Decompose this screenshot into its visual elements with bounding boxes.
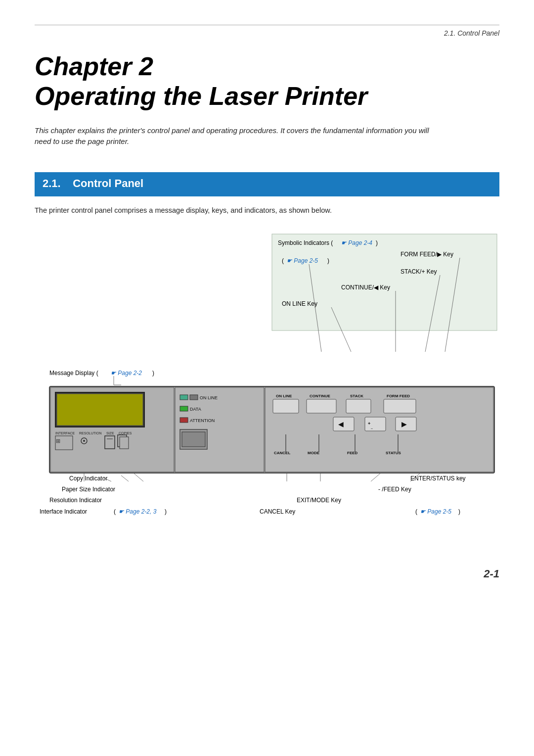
- svg-rect-45: [180, 429, 207, 449]
- chapter-title: Chapter 2 Operating the Laser Printer: [35, 52, 499, 111]
- svg-rect-23: [55, 392, 144, 427]
- svg-rect-63: [396, 417, 416, 431]
- svg-text:Resolution Indicator: Resolution Indicator: [49, 497, 102, 504]
- page-number: 2-1: [484, 567, 499, 580]
- svg-rect-35: [118, 435, 127, 447]
- diagram-area: Symbolic Indicators ( ☛ Page 2-4 ) ( ☛ P…: [35, 229, 499, 556]
- svg-text:Message Display (: Message Display (: [49, 370, 98, 377]
- svg-text:STACK: STACK: [350, 394, 363, 398]
- svg-line-77: [104, 478, 111, 481]
- svg-text:EXIT/MODE Key: EXIT/MODE Key: [297, 497, 341, 504]
- svg-text:): ): [376, 239, 378, 246]
- svg-text:CONTINUE/◀ Key: CONTINUE/◀ Key: [341, 284, 390, 291]
- svg-rect-47: [265, 387, 493, 472]
- svg-line-11: [445, 258, 460, 352]
- svg-rect-21: [49, 386, 494, 473]
- svg-line-14: [331, 307, 351, 352]
- svg-text:INTERFACE: INTERFACE: [55, 431, 75, 435]
- svg-text:☛ Page 2-5: ☛ Page 2-5: [420, 508, 451, 515]
- svg-line-73: [134, 473, 143, 481]
- svg-text:Paper Size Indicator: Paper Size Indicator: [62, 486, 115, 493]
- svg-text:Symbolic Indicators (: Symbolic Indicators (: [278, 239, 333, 246]
- svg-text:STACK/+ Key: STACK/+ Key: [400, 268, 437, 275]
- svg-line-12: [425, 275, 440, 352]
- svg-text:COPIES: COPIES: [119, 431, 132, 435]
- svg-text:◀: ◀: [338, 420, 344, 428]
- svg-text:ON LINE: ON LINE: [200, 395, 218, 400]
- section-heading: 2.1. Control Panel: [35, 172, 499, 195]
- svg-text:☛ Page 2-4: ☛ Page 2-4: [341, 239, 372, 246]
- svg-text:(: (: [114, 508, 116, 515]
- svg-text:): ): [458, 508, 460, 515]
- svg-rect-54: [346, 399, 371, 413]
- section-description: The printer control panel comprises a me…: [35, 206, 499, 214]
- section-rule: [35, 195, 499, 196]
- svg-text:): ): [165, 508, 167, 515]
- svg-rect-59: [365, 417, 386, 431]
- svg-text:ENTER/STATUS key: ENTER/STATUS key: [410, 475, 466, 482]
- svg-line-88: [371, 473, 381, 481]
- svg-rect-43: [180, 418, 188, 423]
- svg-text:MODE: MODE: [308, 451, 320, 455]
- svg-text:DATA: DATA: [190, 407, 201, 412]
- svg-rect-22: [50, 387, 174, 472]
- svg-text:CANCEL Key: CANCEL Key: [260, 508, 295, 515]
- svg-rect-24: [57, 394, 143, 425]
- svg-line-90: [410, 473, 420, 481]
- svg-text:+: +: [368, 421, 370, 426]
- svg-text:RESOLUTION: RESOLUTION: [79, 431, 102, 435]
- svg-point-31: [81, 438, 87, 444]
- svg-text:ENTER: ENTER: [401, 421, 417, 425]
- svg-rect-37: [175, 387, 264, 472]
- svg-text:EXIT: EXIT: [339, 421, 349, 425]
- svg-text:Interface Indicator: Interface Indicator: [40, 508, 87, 515]
- svg-text:☛ Page 2-5: ☛ Page 2-5: [287, 257, 318, 264]
- svg-text:FEED: FEED: [347, 451, 358, 455]
- svg-rect-29: [55, 436, 73, 450]
- svg-point-32: [83, 440, 85, 442]
- svg-text:STATUS: STATUS: [386, 451, 401, 455]
- svg-text:ATTENTION: ATTENTION: [190, 418, 215, 423]
- svg-rect-0: [272, 234, 497, 331]
- svg-text:⊞: ⊞: [56, 438, 60, 444]
- svg-rect-39: [190, 395, 198, 400]
- svg-rect-57: [333, 417, 354, 431]
- svg-rect-46: [182, 432, 205, 447]
- svg-text:CANCEL: CANCEL: [274, 451, 290, 455]
- svg-rect-33: [105, 436, 115, 449]
- svg-text:FORM FEED: FORM FEED: [387, 394, 410, 398]
- svg-text:ON LINE: ON LINE: [276, 394, 292, 398]
- svg-rect-55: [384, 399, 416, 413]
- svg-rect-41: [180, 406, 188, 411]
- diagram-svg: Symbolic Indicators ( ☛ Page 2-4 ) ( ☛ P…: [35, 229, 499, 556]
- svg-rect-52: [273, 399, 299, 413]
- svg-rect-53: [307, 399, 336, 413]
- svg-text:ON LINE Key: ON LINE Key: [282, 300, 317, 307]
- svg-line-15: [309, 264, 321, 352]
- svg-text:SIZE: SIZE: [106, 431, 114, 435]
- svg-rect-36: [120, 437, 129, 449]
- svg-text:): ): [327, 257, 329, 264]
- svg-text:☛ Page 2-2: ☛ Page 2-2: [111, 370, 142, 377]
- intro-paragraph: This chapter explains the printer's cont…: [35, 125, 430, 147]
- header-section-ref: 2.1. Control Panel: [35, 29, 499, 37]
- svg-text:FORM FEED/▶ Key: FORM FEED/▶ Key: [400, 251, 453, 258]
- svg-text:–: –: [371, 426, 373, 430]
- svg-text:): ): [152, 370, 154, 377]
- header-rule: [35, 25, 499, 25]
- svg-text:▶: ▶: [401, 420, 407, 428]
- svg-text:Copy Indicator: Copy Indicator: [69, 475, 107, 482]
- svg-text:☛ Page 2-2, 3: ☛ Page 2-2, 3: [119, 508, 157, 515]
- svg-text:(: (: [282, 257, 284, 264]
- svg-rect-38: [180, 395, 188, 400]
- svg-text:(: (: [415, 508, 417, 515]
- svg-line-75: [121, 475, 129, 481]
- svg-text:CONTINUE: CONTINUE: [310, 394, 330, 398]
- svg-text:- /FEED Key: - /FEED Key: [378, 486, 411, 493]
